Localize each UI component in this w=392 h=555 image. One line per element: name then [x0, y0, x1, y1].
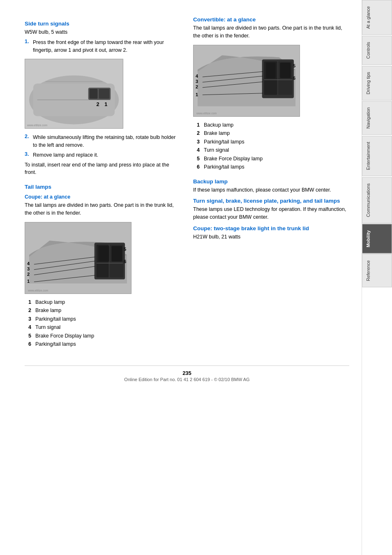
coupe-at-glance-title: Coupe: at a glance	[25, 194, 181, 200]
step-1-num: 1.	[25, 39, 30, 54]
svg-rect-17	[111, 246, 122, 261]
svg-text:5: 5	[293, 63, 295, 68]
backup-lamp-text: If these lamps malfunction, please conta…	[193, 186, 349, 194]
backup-lamp-title: Backup lamp	[193, 178, 349, 185]
svg-text:5: 5	[124, 247, 126, 252]
coupe-label-6: Parking/tail lamps	[35, 341, 76, 348]
coupe-tail-image: 4 3 2 1 5 6 www.etilize.com	[25, 222, 131, 294]
coupe-description: The tail lamps are divided in two parts.…	[25, 201, 181, 217]
coupe-num-5: 5	[25, 333, 31, 340]
convertible-section: Convertible: at a glance The tail lamps …	[193, 16, 349, 171]
conv-label-3: Parking/tail lamps	[204, 139, 244, 146]
footer: 235 Online Edition for Part no. 01 41 2 …	[25, 365, 349, 382]
sidebar-tab-reference[interactable]: Reference	[362, 254, 392, 287]
coupe-brake-section: Coupe: two-stage brake light in the trun…	[193, 225, 349, 241]
conv-label-5: Brake Force Display lamp	[204, 155, 263, 163]
coupe-num-2: 2	[25, 307, 31, 314]
conv-item-4: 4 Turn signal	[193, 147, 349, 154]
svg-text:3: 3	[27, 266, 30, 271]
coupe-numbered-list: 1 Backup lamp 2 Brake lamp 3 Parking/tai…	[25, 299, 181, 348]
main-content: Side turn signals W5W bulb, 5 watts 1. P…	[0, 0, 362, 555]
coupe-item-4: 4 Turn signal	[25, 324, 181, 331]
svg-text:2: 2	[27, 271, 30, 276]
sidebar-tab-controls[interactable]: Controls	[362, 36, 392, 65]
step-3: 3. Remove lamp and replace it.	[25, 151, 181, 159]
after-steps: To install, insert rear end of the lamp …	[25, 161, 181, 177]
step-1: 1. Press the front edge of the lamp towa…	[25, 39, 181, 54]
svg-rect-16	[99, 246, 109, 261]
svg-rect-35	[280, 62, 291, 78]
coupe-item-5: 5 Brake Force Display lamp	[25, 333, 181, 340]
conv-label-1: Backup lamp	[204, 122, 233, 129]
sidebar-tab-communications[interactable]: Communications	[362, 177, 392, 223]
sidebar-tab-navigation[interactable]: Navigation	[362, 101, 392, 135]
svg-text:3: 3	[196, 79, 198, 83]
page-number: 235	[25, 370, 349, 376]
conv-num-3: 3	[193, 139, 200, 146]
turn-signal-text: These lamps use LED technology for opera…	[193, 206, 349, 221]
sidebar-tab-mobility[interactable]: Mobility	[362, 224, 392, 254]
svg-text:www.etilize.com: www.etilize.com	[196, 112, 217, 115]
coupe-num-6: 6	[25, 341, 31, 348]
step-1-text: Press the front edge of the lamp toward …	[33, 39, 181, 54]
svg-text:4: 4	[196, 74, 198, 79]
side-turn-section: Side turn signals W5W bulb, 5 watts 1. P…	[25, 21, 181, 176]
conv-num-6: 6	[193, 164, 200, 171]
turn-signal-section: Turn signal, brake, license plate, parki…	[193, 198, 349, 221]
conv-num-5: 5	[193, 155, 200, 163]
svg-rect-7	[99, 89, 109, 99]
conv-item-6: 6 Parking/tail lamps	[193, 164, 349, 171]
turn-signal-title: Turn signal, brake, license plate, parki…	[193, 198, 349, 204]
sidebar-tab-driving-tips[interactable]: Driving tips	[362, 66, 392, 100]
convertible-description: The tail lamps are divided in two parts.…	[193, 24, 349, 40]
conv-num-4: 4	[193, 147, 200, 154]
svg-text:www.etilize.com: www.etilize.com	[28, 289, 48, 292]
sidebar-tab-entertainment[interactable]: Entertainment	[362, 136, 392, 176]
svg-rect-34	[266, 62, 276, 78]
conv-num-1: 1	[193, 122, 200, 129]
right-column: Convertible: at a glance The tail lamps …	[193, 16, 349, 353]
svg-text:www.etilize.com: www.etilize.com	[27, 124, 48, 127]
tail-lamps-section: Tail lamps Coupe: at a glance The tail l…	[25, 184, 181, 348]
svg-text:1: 1	[27, 278, 30, 283]
svg-text:1: 1	[104, 101, 107, 107]
svg-text:4: 4	[27, 261, 30, 266]
backup-lamp-section: Backup lamp If these lamps malfunction, …	[193, 178, 349, 194]
side-turn-image: 1 2 www.etilize.com	[25, 59, 123, 129]
conv-item-5: 5 Brake Force Display lamp	[193, 155, 349, 163]
convertible-tail-image: 4 3 2 1 5 6 www.etilize.com	[193, 45, 300, 117]
tail-lamps-title: Tail lamps	[25, 184, 181, 190]
svg-text:1: 1	[196, 92, 198, 97]
svg-rect-6	[90, 89, 98, 99]
conv-num-2: 2	[193, 130, 200, 137]
conv-label-6: Parking/tail lamps	[204, 164, 244, 171]
conv-item-1: 1 Backup lamp	[193, 122, 349, 129]
step-2-num: 2.	[25, 134, 30, 149]
sidebar-tab-at-a-glance[interactable]: At a glance	[362, 0, 392, 35]
step-3-text: Remove lamp and replace it.	[33, 151, 98, 159]
step-2-text: While simultaneously lifting the retaini…	[33, 134, 181, 149]
svg-text:2: 2	[196, 84, 198, 89]
conv-label-2: Brake lamp	[204, 130, 230, 137]
footer-text: Online Edition for Part no. 01 41 2 604 …	[25, 377, 349, 382]
coupe-label-3: Parking/tail lamps	[35, 316, 76, 323]
coupe-label-5: Brake Force Display lamp	[35, 333, 94, 340]
svg-text:6: 6	[124, 259, 126, 264]
coupe-num-3: 3	[25, 316, 31, 323]
convertible-title: Convertible: at a glance	[193, 16, 349, 23]
coupe-label-4: Turn signal	[35, 324, 60, 331]
step-2: 2. While simultaneously lifting the reta…	[25, 134, 181, 149]
convertible-numbered-list: 1 Backup lamp 2 Brake lamp 3 Parking/tai…	[193, 122, 349, 171]
conv-item-2: 2 Brake lamp	[193, 130, 349, 137]
side-turn-title: Side turn signals	[25, 21, 181, 27]
step-3-num: 3.	[25, 151, 30, 159]
coupe-num-1: 1	[25, 299, 31, 306]
svg-text:6: 6	[293, 76, 295, 81]
coupe-item-1: 1 Backup lamp	[25, 299, 181, 306]
left-column: Side turn signals W5W bulb, 5 watts 1. P…	[25, 16, 181, 353]
coupe-num-4: 4	[25, 324, 31, 331]
coupe-brake-text: H21W bulb, 21 watts	[193, 233, 349, 241]
coupe-item-6: 6 Parking/tail lamps	[25, 341, 181, 348]
conv-item-3: 3 Parking/tail lamps	[193, 139, 349, 146]
svg-text:2: 2	[97, 101, 99, 107]
